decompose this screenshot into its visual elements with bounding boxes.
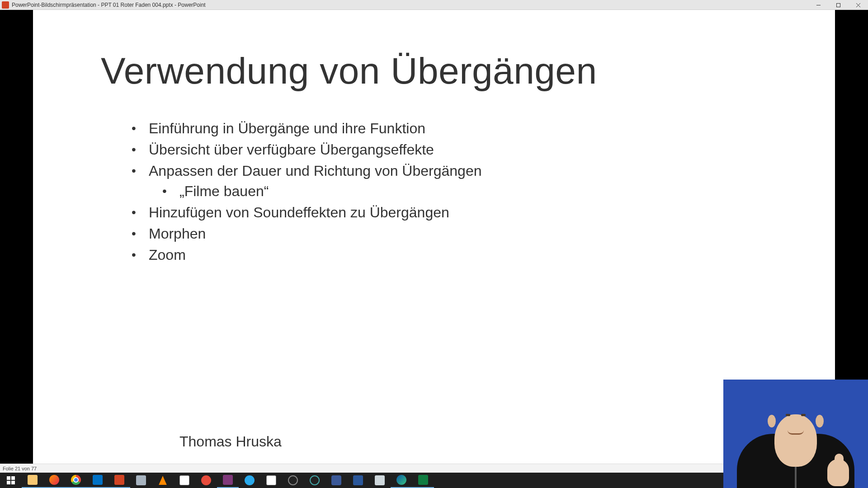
bullet-item: Übersicht über verfügbare Übergangseffek… <box>132 141 767 159</box>
taskbar-telegram[interactable] <box>239 473 260 488</box>
window-title: PowerPoint-Bildschirmpräsentation - PPT … <box>12 2 206 8</box>
taskbar-file-explorer[interactable] <box>22 473 43 488</box>
bullet-item: Morphen <box>132 225 767 243</box>
maximize-button[interactable] <box>828 0 848 10</box>
svg-rect-6 <box>7 476 10 480</box>
svg-rect-7 <box>11 476 15 480</box>
window-controls <box>808 0 868 10</box>
window-titlebar: PowerPoint-Bildschirmpräsentation - PPT … <box>0 0 868 10</box>
svg-rect-9 <box>11 481 15 484</box>
taskbar-app-13[interactable] <box>260 473 282 488</box>
bullet-text: Anpassen der Dauer und Richtung von Über… <box>149 163 482 179</box>
slide-author: Thomas Hruska <box>179 433 282 450</box>
taskbar-app-7[interactable] <box>130 473 152 488</box>
slide-bullets: Einführung in Übergänge und ihre Funktio… <box>132 119 767 264</box>
bullet-item: Zoom <box>132 246 767 264</box>
taskbar-chrome[interactable] <box>65 473 87 488</box>
close-button[interactable] <box>848 0 868 10</box>
taskbar-vlc[interactable] <box>152 473 174 488</box>
taskbar-app-14[interactable] <box>282 473 304 488</box>
start-button[interactable] <box>0 473 22 488</box>
taskbar-word[interactable] <box>347 473 369 488</box>
svg-rect-8 <box>7 481 10 484</box>
taskbar-onenote[interactable] <box>217 473 239 488</box>
taskbar-app-10[interactable] <box>195 473 217 488</box>
taskbar-app-9[interactable] <box>174 473 195 488</box>
webcam-overlay <box>723 380 868 488</box>
bullet-item: Hinzufügen von Soundeffekten zu Übergäng… <box>132 203 767 222</box>
bullet-item: Einführung in Übergänge und ihre Funktio… <box>132 119 767 138</box>
taskbar-excel[interactable] <box>412 473 434 488</box>
slide[interactable]: Verwendung von Übergängen Einführung in … <box>33 10 835 464</box>
taskbar-app-15[interactable] <box>304 473 326 488</box>
taskbar-app-16[interactable] <box>326 473 347 488</box>
taskbar-powerpoint[interactable] <box>108 473 130 488</box>
svg-rect-1 <box>836 3 840 7</box>
taskbar-outlook[interactable] <box>87 473 108 488</box>
powerpoint-icon <box>2 1 9 9</box>
taskbar-app-18[interactable] <box>369 473 391 488</box>
slide-counter: Folie 21 von 77 <box>3 466 37 471</box>
slide-title: Verwendung von Übergängen <box>101 51 767 91</box>
taskbar-edge[interactable] <box>391 473 412 488</box>
taskbar-firefox[interactable] <box>43 473 65 488</box>
minimize-button[interactable] <box>808 0 828 10</box>
bullet-item: Anpassen der Dauer und Richtung von Über… <box>132 162 767 201</box>
sub-bullet-item: „Filme bauen“ <box>162 182 767 201</box>
